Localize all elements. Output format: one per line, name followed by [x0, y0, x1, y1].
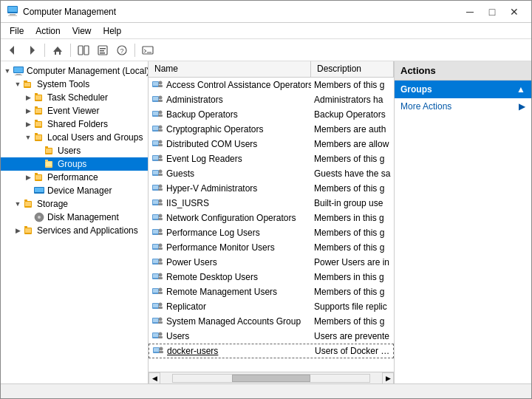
svg-rect-48 [35, 188, 44, 192]
users-folder-icon [44, 145, 55, 157]
tree-item-services-apps[interactable]: ▶ Services and Applications [1, 224, 148, 237]
tree-item-local-users[interactable]: ▼ Local Users and Groups [1, 131, 148, 144]
show-hide-button[interactable] [75, 42, 92, 58]
back-button[interactable] [4, 42, 21, 58]
up-button[interactable] [49, 42, 66, 58]
list-row[interactable]: Remote Desktop UsersMembers in this g [149, 270, 394, 284]
list-row[interactable]: Event Log ReadersMembers of this g [149, 151, 394, 166]
menu-help[interactable]: Help [98, 24, 128, 38]
tree-item-device-manager[interactable]: ▶ Device Manager [1, 184, 148, 197]
h-scrollbar-track[interactable] [172, 374, 370, 383]
list-row[interactable]: Access Control Assistance OperatorsMembe… [149, 78, 394, 92]
shared-folders-icon [33, 118, 45, 130]
tree-item-disk-mgmt[interactable]: ▶ Disk Management [1, 211, 148, 224]
cell-name-4: Distributed COM Users [149, 138, 311, 151]
svg-rect-64 [158, 100, 163, 102]
svg-point-99 [159, 228, 163, 232]
list-row[interactable]: Network Configuration OperatorsMembers i… [149, 211, 394, 225]
toolbar-separator-2 [70, 44, 71, 57]
row-name-text: Event Log Readers [166, 154, 242, 164]
list-row[interactable]: System Managed Accounts GroupMembers of … [149, 314, 394, 329]
tree-item-groups[interactable]: ▶ Groups [1, 157, 148, 171]
h-scrollbar-thumb[interactable] [232, 375, 310, 382]
row-name-text: Remote Desktop Users [166, 272, 258, 282]
tree-arrow-storage: ▼ [13, 200, 23, 208]
list-row[interactable]: Cryptographic OperatorsMembers are auth [149, 122, 394, 137]
row-group-icon [151, 94, 163, 106]
actions-more-actions[interactable]: More Actions ▶ [395, 98, 531, 115]
actions-groups-item[interactable]: Groups ▲ [395, 81, 531, 98]
cell-description-4: Members are allow [311, 139, 394, 149]
list-body: Access Control Assistance OperatorsMembe… [149, 78, 394, 372]
tree-label-shared-folders: Shared Folders [47, 119, 108, 129]
actions-header: Actions [395, 61, 531, 81]
list-row[interactable]: IIS_IUSRSBuilt-in group use [149, 196, 394, 211]
svg-rect-88 [158, 188, 163, 191]
list-row[interactable]: Remote Management UsersMembers of this g [149, 284, 394, 299]
svg-rect-80 [158, 159, 163, 161]
cell-name-11: Performance Monitor Users [149, 242, 311, 254]
scroll-right-button[interactable]: ▶ [382, 372, 394, 384]
help-button[interactable]: ? [113, 42, 131, 58]
maximize-button[interactable]: □ [481, 1, 503, 23]
list-row[interactable]: ReplicatorSupports file replic [149, 299, 394, 314]
tree-item-event-viewer[interactable]: ▶ Event Viewer [1, 104, 148, 117]
row-group-icon [151, 316, 163, 328]
list-row[interactable]: GuestsGuests have the sa [149, 166, 394, 181]
actions-groups-arrow: ▲ [516, 84, 525, 95]
list-row[interactable]: Performance Log UsersMembers of this g [149, 225, 394, 240]
close-button[interactable]: ✕ [503, 1, 525, 23]
menu-action[interactable]: Action [30, 24, 66, 38]
tree-item-performance[interactable]: ▶ Performance [1, 171, 148, 184]
row-name-text: docker-users [167, 346, 218, 356]
col-header-name[interactable]: Name [149, 61, 311, 77]
groups-folder-icon [44, 158, 55, 170]
menu-view[interactable]: View [66, 24, 98, 38]
cell-description-11: Members of this g [311, 242, 394, 253]
tree-arrow-services-apps: ▶ [13, 227, 23, 234]
list-row[interactable]: AdministratorsAdministrators ha [149, 92, 394, 107]
forward-button[interactable] [23, 42, 41, 58]
list-row[interactable]: docker-usersUsers of Docker De [149, 344, 394, 358]
svg-rect-94 [153, 215, 158, 219]
list-row[interactable]: Distributed COM UsersMembers are allow [149, 137, 394, 151]
row-name-text: Hyper-V Administrators [166, 183, 257, 194]
cell-name-3: Cryptographic Operators [149, 123, 311, 136]
services-apps-icon [23, 225, 35, 236]
minimize-button[interactable]: ─ [459, 1, 481, 23]
menu-file[interactable]: File [4, 24, 30, 38]
tree-item-task-scheduler[interactable]: ▶ Task Scheduler [1, 91, 148, 104]
window-title: Computer Management [23, 7, 459, 17]
console-button[interactable] [139, 42, 157, 58]
svg-rect-56 [25, 228, 31, 233]
performance-icon [33, 171, 45, 183]
svg-rect-12 [100, 48, 106, 50]
svg-rect-36 [35, 133, 38, 134]
tree-arrow-local-users: ▼ [23, 134, 33, 141]
svg-point-103 [159, 243, 163, 247]
cell-description-14: Members of this g [311, 287, 394, 297]
tree-item-system-tools[interactable]: ▼ System Tools [1, 78, 148, 91]
tree-item-computer-mgmt[interactable]: ▼ Computer Management (Local) [1, 64, 148, 78]
tree-item-users[interactable]: ▶ Users [1, 144, 148, 157]
svg-rect-68 [158, 115, 163, 117]
svg-point-67 [159, 110, 163, 114]
scroll-left-button[interactable]: ◀ [149, 372, 160, 384]
cell-name-16: System Managed Accounts Group [149, 316, 311, 328]
list-row[interactable]: Power UsersPower Users are in [149, 255, 394, 270]
list-row[interactable]: UsersUsers are prevente [149, 329, 394, 344]
list-row[interactable]: Backup OperatorsBackup Operators [149, 107, 394, 122]
row-name-text: Performance Monitor Users [166, 242, 275, 253]
svg-marker-5 [30, 46, 35, 55]
list-row[interactable]: Hyper-V AdministratorsMembers of this g [149, 181, 394, 196]
svg-rect-9 [78, 46, 83, 55]
row-name-text: Guests [166, 168, 194, 179]
tree-item-shared-folders[interactable]: ▶ Shared Folders [1, 117, 148, 131]
list-row[interactable]: Performance Monitor UsersMembers of this… [149, 240, 394, 255]
row-group-icon [151, 123, 163, 136]
computer-icon [13, 65, 24, 77]
col-header-description[interactable]: Description [311, 61, 394, 77]
row-group-icon [151, 212, 163, 225]
properties-button[interactable] [94, 42, 112, 58]
tree-item-storage[interactable]: ▼ Storage [1, 197, 148, 211]
